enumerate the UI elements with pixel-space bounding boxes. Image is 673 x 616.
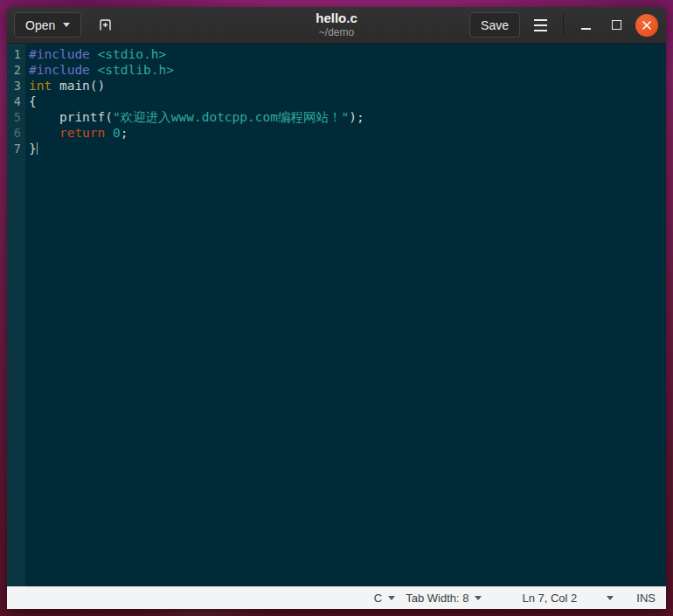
code-segment [105,126,113,140]
cursor-position-label: Ln 7, Col 2 [522,592,577,605]
code-segment: "欢迎进入www.dotcpp.com编程网站！" [113,110,349,124]
insert-mode-indicator: INS [636,592,656,605]
code-segment: printf( [29,110,113,124]
line-number: 7 [7,141,25,156]
language-label: C [374,592,382,605]
document-title: hello.c [316,10,357,26]
hamburger-menu-icon [534,19,547,31]
code-segment: ); [349,110,364,124]
header-separator [563,14,564,36]
line-number: 1 [7,46,25,62]
window-title-block: hello.c ~/demo [316,10,357,38]
status-bar: C Tab Width: 8 Ln 7, Col 2 INS [7,586,666,609]
code-segment: <stdlib.h> [98,63,174,77]
menu-button[interactable] [528,13,552,38]
document-path: ~/demo [316,26,357,38]
code-line: 4 { [7,93,666,109]
code-segment: { [29,94,37,108]
save-button[interactable]: Save [469,12,520,38]
chevron-down-icon [388,596,395,600]
line-number: 2 [7,62,25,78]
code-line: 3 int main() [7,78,666,93]
code-line: 1 #include <stdio.h> [7,46,666,62]
chevron-down-icon [607,596,614,600]
header-bar: Open hello.c ~/demo Save [7,7,666,44]
code-segment: ; [121,126,128,140]
code-line: 7 } [7,141,666,156]
insert-mode-label: INS [636,592,656,605]
code-segment: int [29,79,52,93]
open-button[interactable]: Open [14,12,81,38]
line-number: 6 [7,125,25,141]
code-line: 6 return 0; [7,125,666,141]
tab-width-label: Tab Width: 8 [406,592,468,605]
code-segment: #include [29,47,98,61]
tab-width-selector[interactable]: Tab Width: 8 [406,592,482,605]
code-segment: <stdio.h> [98,47,167,61]
gedit-window: Open hello.c ~/demo Save [7,7,666,609]
new-document-icon [98,17,113,32]
open-button-label: Open [25,18,55,32]
chevron-down-icon [475,596,482,600]
code-segment: return [59,126,105,140]
code-segment: #include [29,63,98,77]
line-number: 4 [7,93,25,109]
line-number: 5 [7,109,25,125]
chevron-down-icon [63,23,70,27]
code-line: 5 printf("欢迎进入www.dotcpp.com编程网站！"); [7,109,666,125]
code-line: 2 #include <stdlib.h> [7,62,666,78]
code-segment: } [29,142,37,156]
minimize-icon [581,28,591,30]
close-button[interactable] [635,14,658,37]
language-selector[interactable]: C [374,592,395,605]
cursor-position-button[interactable]: Ln 7, Col 2 [522,592,577,605]
goto-line-dropdown[interactable] [607,596,614,600]
header-left-group: Open [14,12,117,38]
text-cursor [37,142,38,155]
new-document-button[interactable] [93,13,117,38]
code-segment: 0 [113,126,121,140]
line-number: 3 [7,78,25,93]
code-editor[interactable]: 1 #include <stdio.h> 2 #include <stdlib.… [7,44,666,586]
code-segment [29,126,59,140]
close-icon [642,20,652,31]
minimize-button[interactable] [574,14,597,37]
code-segment: main() [52,79,105,93]
header-right-group: Save [469,12,658,38]
save-button-label: Save [481,18,509,32]
maximize-icon [612,20,621,30]
maximize-button[interactable] [605,14,628,37]
